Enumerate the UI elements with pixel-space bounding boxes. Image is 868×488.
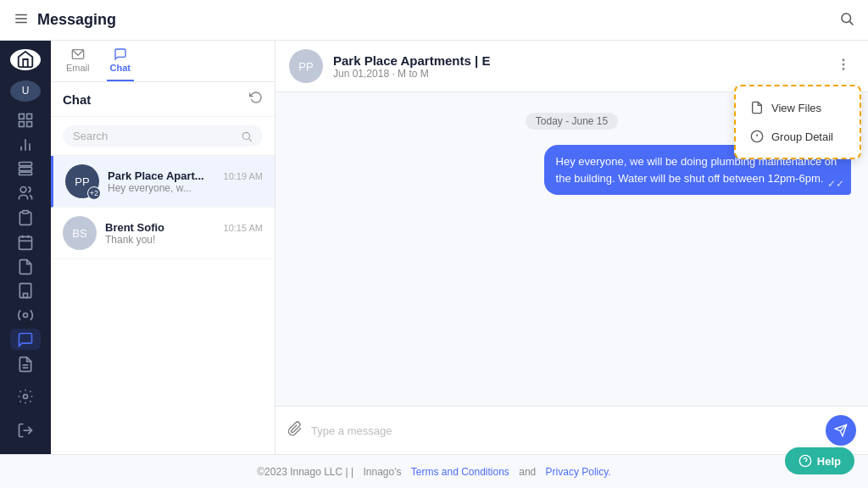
more-options-button[interactable] [832,53,854,79]
sidebar-item-calendar[interactable] [10,231,41,252]
svg-point-33 [242,132,249,139]
sidebar: U [0,41,51,454]
svg-rect-21 [19,284,31,298]
avatar-wrap: BS [63,216,97,250]
tab-email[interactable]: Email [63,41,93,81]
help-label: Help [817,455,841,468]
tab-email-label: Email [66,63,90,73]
app-title: Messaging [37,11,116,29]
footer-innago: Innago's [363,466,401,478]
search-bar [51,117,275,156]
conv-name: Brent Sofio [105,221,164,234]
sidebar-item-settings[interactable] [10,381,41,412]
svg-rect-12 [19,163,32,166]
svg-rect-7 [19,122,25,127]
help-icon [798,454,812,468]
list-item[interactable]: BS Brent Sofio 10:15 AM Thank you! [51,208,275,259]
sidebar-item-chart[interactable] [10,134,41,155]
conv-preview: Hey everyone, w... [108,182,263,194]
svg-rect-6 [27,114,32,119]
dropdown-item-label: Group Detail [771,130,833,143]
chat-section-title: Chat [63,92,242,107]
chat-sidebar-header: Chat [51,82,275,117]
chat-header-info: Park Place Apartments | E Jun 01,2018 · … [333,53,822,80]
tab-chat[interactable]: Chat [107,41,134,81]
sidebar-item-document[interactable] [10,256,41,277]
svg-rect-13 [19,168,32,171]
sidebar-item-wrench[interactable] [10,305,41,326]
date-badge: Today - June 15 [526,113,618,130]
menu-icon[interactable] [14,11,29,30]
svg-point-30 [24,394,28,398]
svg-rect-5 [19,114,25,119]
message-input[interactable] [311,424,817,437]
svg-point-15 [20,187,26,193]
search-wrap[interactable] [63,125,263,147]
sidebar-item-list[interactable] [10,158,41,180]
avatar: BS [63,216,97,250]
sidebar-item-users[interactable] [10,183,41,204]
sidebar-item-logout[interactable] [10,415,41,446]
svg-line-34 [249,138,252,141]
svg-rect-16 [23,211,29,214]
chat-header-sub: Jun 01,2018 · M to M [333,68,822,80]
chat-main: PP Park Place Apartments | E Jun 01,2018… [275,41,868,454]
svg-point-3 [842,14,851,23]
sidebar-item-building[interactable] [10,280,41,302]
list-item[interactable]: PP +2 Park Place Apart... 10:19 AM Hey e… [51,156,275,208]
message-input-area [275,406,868,454]
svg-line-4 [849,21,853,25]
send-button[interactable] [826,415,856,446]
dropdown-item-group-detail[interactable]: Group Detail [736,122,860,151]
chat-sidebar: Email Chat Chat [51,41,275,454]
conv-time: 10:19 AM [224,171,263,181]
search-input[interactable] [73,130,236,142]
conv-name-row: Brent Sofio 10:15 AM [105,221,263,234]
svg-point-36 [843,64,844,65]
tab-chat-label: Chat [110,63,131,73]
chat-header-avatar: PP [289,49,323,83]
logo[interactable] [10,49,41,70]
svg-point-37 [843,69,844,70]
message-tick: ✓✓ [827,176,844,191]
conv-preview: Thank you! [105,234,263,246]
message-text: Hey everyone, we will be doing plumbing … [556,155,837,185]
conv-time: 10:15 AM [224,223,263,233]
conv-name-row: Park Place Apart... 10:19 AM [108,169,263,182]
footer: ©2023 Innago LLC | | Innago's Terms and … [0,454,868,488]
footer-privacy-link[interactable]: Privacy Policy. [546,466,611,478]
app-header: Messaging [0,0,868,41]
sidebar-item-report[interactable] [10,353,41,374]
dropdown-menu: View Files Group Detail [734,85,861,159]
dropdown-item-label: View Files [771,102,821,114]
svg-point-27 [24,313,28,318]
svg-rect-26 [24,294,28,298]
sidebar-item-home[interactable] [10,110,41,131]
conv-info: Brent Sofio 10:15 AM Thank you! [105,221,263,246]
sidebar-item-chat[interactable] [10,329,41,350]
sidebar-item-clipboard[interactable] [10,208,41,229]
file-icon [749,100,765,115]
search-icon [241,130,253,142]
refresh-icon[interactable] [249,91,263,108]
attach-icon[interactable] [287,421,303,440]
svg-rect-14 [19,173,32,175]
svg-rect-8 [27,122,32,127]
conversation-list: PP +2 Park Place Apart... 10:19 AM Hey e… [51,156,275,454]
footer-and: and [519,466,536,478]
conv-info: Park Place Apart... 10:19 AM Hey everyon… [108,169,263,194]
dropdown-item-view-files[interactable]: View Files [736,93,860,122]
tab-row: Email Chat [51,41,275,82]
search-icon[interactable] [839,11,854,30]
unread-badge: +2 [87,186,101,200]
svg-rect-17 [19,236,32,249]
footer-copyright: ©2023 Innago LLC | | [257,466,353,478]
info-icon [749,129,765,144]
footer-terms-link[interactable]: Terms and Conditions [411,466,509,478]
user-avatar[interactable]: U [10,80,41,102]
chat-header-name: Park Place Apartments | E [333,53,822,68]
help-button[interactable]: Help [785,447,854,474]
svg-point-35 [843,59,844,61]
avatar-wrap: PP +2 [65,164,99,198]
conv-name: Park Place Apart... [108,169,204,182]
